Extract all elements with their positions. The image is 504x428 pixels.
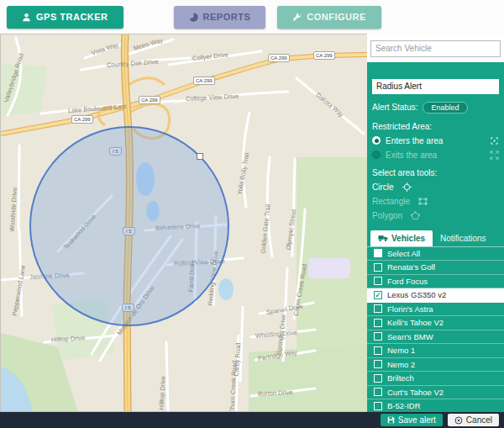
alert-sidebar: Alert Status: Enabled Restricted Area: E…	[367, 34, 504, 412]
tab-reports[interactable]: REPORTS	[174, 6, 266, 29]
option-enters-area[interactable]: Enters the area	[372, 136, 499, 145]
option-label: Exits the area	[386, 151, 437, 160]
save-label: Save alert	[398, 415, 436, 425]
checkbox-unchecked-icon[interactable]	[374, 346, 382, 355]
checkbox-unchecked-icon[interactable]	[374, 319, 382, 327]
map-canvas[interactable]: Valleybridge RoadVista WayMetro WayCount…	[0, 34, 367, 412]
tool-rectangle[interactable]: Rectangle	[372, 197, 499, 206]
close-icon	[454, 416, 463, 425]
highway-shield: CA 299	[313, 51, 335, 60]
tool-polygon[interactable]: Polygon	[372, 211, 499, 220]
road-label: Burton Drive	[258, 388, 293, 398]
cancel-label: Cancel	[466, 415, 492, 425]
save-alert-button[interactable]: Save alert	[381, 414, 443, 426]
vehicle-row[interactable]: Select All	[367, 247, 504, 262]
tab-label: CONFIGURE	[307, 12, 366, 22]
tab-configure[interactable]: CONFIGURE	[277, 6, 381, 29]
vehicle-label: Renata's Golf	[387, 262, 435, 272]
vehicle-row[interactable]: Nemo 2	[367, 358, 504, 373]
alert-status-label: Alert Status:	[372, 103, 417, 112]
tab-label: Notifications	[440, 234, 486, 243]
checkbox-unchecked-icon[interactable]	[374, 388, 382, 396]
circle-resize-handle[interactable]	[197, 153, 203, 160]
gps-tracker-app: GPS TRACKER REPORTS CONFIGURE	[0, 0, 504, 34]
exit-area-icon	[490, 151, 499, 160]
alert-name-input[interactable]	[372, 79, 499, 94]
vehicle-row[interactable]: Sean's BMW	[367, 330, 504, 345]
checkbox-unchecked-icon[interactable]	[374, 374, 382, 383]
road-label: Lake Boulevard East	[68, 103, 127, 114]
highway-shield: CA 299	[268, 54, 290, 62]
tab-gps-tracker[interactable]: GPS TRACKER	[7, 6, 123, 29]
vehicle-label: Nemo 1	[387, 346, 415, 355]
highway-shield: CA 299	[139, 96, 160, 104]
vehicle-row[interactable]: Renata's Golf	[367, 261, 504, 275]
vehicle-label: B-52-IDR	[387, 401, 421, 410]
road-label: Hilltop Drive	[51, 334, 86, 344]
radio-off-icon[interactable]	[372, 151, 381, 159]
main-area: Valleybridge RoadVista WayMetro WayCount…	[0, 34, 504, 412]
road-label: Hilltop Drive	[158, 376, 167, 410]
vehicle-row[interactable]: Nemo 1	[367, 344, 504, 358]
vehicle-list: Select AllRenata's GolfFord Focus✓Lexus …	[367, 246, 504, 414]
tab-label: REPORTS	[203, 12, 251, 22]
vehicle-label: Kelli's Tahoe V2	[387, 318, 444, 327]
polygon-tool-icon	[411, 211, 420, 220]
vehicle-label: Select All	[387, 249, 420, 258]
vehicle-row[interactable]: Curt's Tahoe V2	[367, 386, 504, 400]
road-label: Yolla Bolly Trail	[236, 152, 251, 195]
area-tools-label: Select area tools:	[372, 168, 499, 177]
alert-panel: Alert Status: Enabled Restricted Area: E…	[367, 62, 504, 414]
checkbox-unchecked-icon[interactable]	[374, 402, 382, 410]
vehicle-label: Ford Focus	[387, 277, 428, 286]
vehicle-row[interactable]: Briltech	[367, 372, 504, 386]
vehicle-row[interactable]: ✓Lexus GS350 v2	[367, 288, 504, 303]
vehicle-label: Lexus GS350 v2	[387, 290, 446, 299]
tool-label: Rectangle	[372, 197, 410, 206]
checkbox-unchecked-icon[interactable]	[374, 332, 382, 341]
checkbox-unchecked-icon[interactable]	[374, 263, 382, 272]
road-label: College View Drive	[186, 92, 239, 103]
vehicle-row[interactable]: Ford Focus	[367, 275, 504, 289]
road-label: Metro Way	[133, 36, 164, 52]
search-bar	[367, 34, 504, 62]
vehicle-row[interactable]: Florin's Astra	[367, 303, 504, 317]
road-label: Pepperwood Lane	[11, 265, 27, 317]
sidebar-tabs: Vehicles Notifications	[367, 230, 504, 246]
checkbox-unchecked-icon[interactable]	[374, 304, 382, 313]
tool-circle[interactable]: Circle	[372, 182, 499, 192]
app-header: GPS TRACKER REPORTS CONFIGURE	[0, 0, 504, 34]
vehicle-row[interactable]: Kelli's Tahoe V2	[367, 316, 504, 330]
radio-on-icon[interactable]	[372, 136, 381, 145]
pie-chart-icon	[189, 13, 198, 22]
checkbox-unchecked-icon[interactable]	[374, 277, 382, 285]
tab-notifications[interactable]: Notifications	[433, 230, 493, 246]
truck-icon	[378, 235, 388, 242]
circle-tool-icon	[402, 182, 412, 192]
enter-area-icon	[490, 136, 499, 145]
checkbox-checked-icon[interactable]: ✓	[374, 291, 382, 299]
highway-shield: CA 299	[193, 77, 215, 85]
vehicle-label: Florin's Astra	[387, 304, 433, 314]
road-label: Valleybridge Road	[3, 52, 25, 103]
checkbox-unchecked-icon[interactable]	[374, 360, 382, 368]
vehicle-label: Curt's Tahoe V2	[387, 388, 444, 397]
save-icon	[387, 416, 395, 424]
alert-status-toggle[interactable]: Enabled	[423, 102, 467, 114]
tool-label: Circle	[372, 182, 394, 192]
vehicle-label: Nemo 2	[387, 360, 415, 369]
cancel-button[interactable]: Cancel	[448, 414, 499, 426]
option-label: Enters the area	[386, 136, 443, 145]
tool-label: Polygon	[372, 211, 402, 220]
person-icon	[22, 13, 31, 22]
road-label: Partridge Way	[257, 349, 297, 362]
tab-vehicles[interactable]: Vehicles	[370, 230, 433, 246]
road-label: Churn Creek Road	[228, 361, 239, 412]
option-exits-area[interactable]: Exits the area	[372, 151, 499, 160]
road-label: Golden Gate Trail	[260, 204, 272, 254]
alert-status-row: Alert Status: Enabled	[372, 102, 499, 114]
checkbox-unchecked-icon[interactable]	[374, 249, 382, 257]
road-label: Collyer Drive	[192, 51, 229, 62]
search-vehicle-input[interactable]	[370, 40, 501, 57]
rectangle-tool-icon	[418, 197, 428, 206]
